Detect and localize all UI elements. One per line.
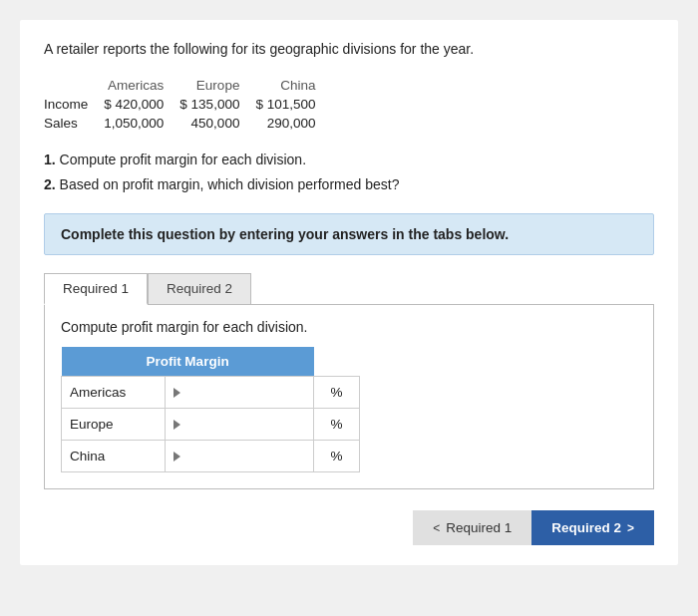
arrow-right-icon	[174, 452, 180, 462]
q2-number: 2.	[44, 176, 56, 192]
pct-china: %	[314, 441, 360, 472]
answer-table-header: Profit Margin	[62, 347, 314, 377]
row-label-income: Income	[44, 95, 100, 114]
sales-china: 290,000	[251, 114, 327, 133]
arrow-right-icon	[174, 420, 180, 430]
col-header-americas: Americas	[100, 76, 175, 95]
input-cell-americas	[165, 377, 314, 409]
intro-text: A retailer reports the following for its…	[44, 40, 654, 60]
input-cell-europe	[165, 409, 314, 441]
tab-required1[interactable]: Required 1	[44, 273, 148, 305]
income-americas: $ 420,000	[100, 95, 175, 114]
q1-number: 1.	[44, 152, 56, 167]
col-label-empty	[44, 76, 100, 95]
table-row: Americas %	[62, 377, 360, 409]
sales-americas: 1,050,000	[100, 114, 175, 133]
profit-margin-input-china[interactable]	[186, 447, 306, 465]
tab-required2[interactable]: Required 2	[148, 273, 251, 305]
prev-button[interactable]: < Required 1	[413, 510, 531, 545]
profit-margin-input-europe[interactable]	[186, 415, 306, 434]
income-europe: $ 135,000	[175, 95, 251, 114]
division-china: China	[62, 441, 166, 472]
arrow-right-icon	[174, 388, 180, 398]
col-header-china: China	[251, 76, 327, 95]
table-row: Europe %	[62, 409, 360, 441]
next-button-label: Required 2	[551, 520, 621, 535]
data-table: Americas Europe China Income $ 420,000 $…	[44, 76, 654, 133]
q1-text: Compute profit margin for each division.	[60, 152, 306, 167]
input-cell-china	[165, 441, 314, 472]
table-row: China %	[62, 441, 360, 472]
instruction-box: Complete this question by entering your …	[44, 213, 654, 255]
col-header-europe: Europe	[175, 76, 251, 95]
prev-button-label: Required 1	[446, 520, 512, 535]
q2-text: Based on profit margin, which division p…	[60, 176, 400, 192]
tabs-row: Required 1 Required 2	[44, 273, 654, 305]
bottom-nav: < Required 1 Required 2 >	[44, 510, 654, 545]
tab-content-required1: Compute profit margin for each division.…	[44, 304, 654, 489]
questions: 1. Compute profit margin for each divisi…	[44, 149, 654, 198]
prev-chevron-icon: <	[433, 521, 440, 535]
sales-europe: 450,000	[175, 114, 251, 133]
tabs-container: Required 1 Required 2 Compute profit mar…	[44, 273, 654, 490]
pct-europe: %	[314, 409, 360, 441]
profit-margin-input-americas[interactable]	[186, 383, 306, 402]
row-label-sales: Sales	[44, 114, 100, 133]
question-2: 2. Based on profit margin, which divisio…	[44, 173, 654, 197]
next-button[interactable]: Required 2 >	[531, 510, 654, 545]
pct-americas: %	[314, 377, 360, 409]
tab-content-title: Compute profit margin for each division.	[61, 319, 637, 335]
division-europe: Europe	[62, 409, 166, 441]
division-americas: Americas	[62, 377, 166, 409]
income-china: $ 101,500	[251, 95, 327, 114]
page-container: A retailer reports the following for its…	[20, 20, 678, 565]
next-chevron-icon: >	[627, 521, 634, 535]
question-1: 1. Compute profit margin for each divisi…	[44, 149, 654, 172]
answer-table: Profit Margin Americas %	[61, 347, 360, 472]
